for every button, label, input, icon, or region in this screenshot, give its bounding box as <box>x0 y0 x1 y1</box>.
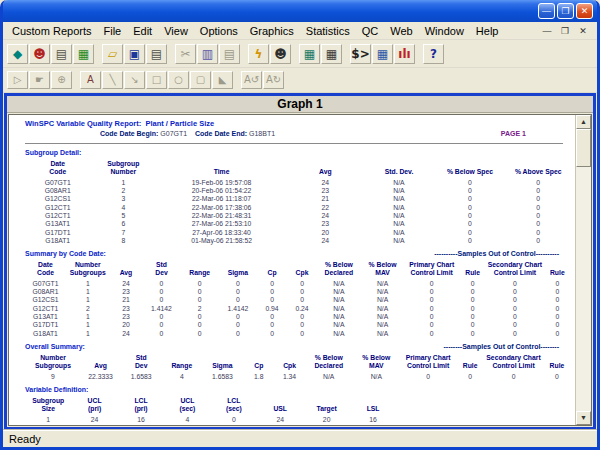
menu-item-view[interactable]: View <box>158 24 194 38</box>
code-date-begin-value: G07GT1 <box>160 130 187 137</box>
menu-item-qc[interactable]: QC <box>356 24 385 38</box>
ellipse-icon: ○ <box>174 75 183 85</box>
menu-item-custom-reports[interactable]: Custom Reports <box>6 24 97 38</box>
toolbar-separator <box>292 45 298 63</box>
menu-item-options[interactable]: Options <box>194 24 244 38</box>
bar-chart-icon: ılı <box>398 48 410 60</box>
menu-item-graphics[interactable]: Graphics <box>244 24 300 38</box>
print-button[interactable]: ▤ <box>146 44 167 64</box>
table-cell: N/A <box>353 373 401 381</box>
table-cell: 0 <box>505 237 571 245</box>
scroll-down-button[interactable]: ▼ <box>576 411 591 425</box>
ellipse-tool-button: ○ <box>168 71 189 89</box>
new-report-button[interactable]: ▤ <box>51 44 72 64</box>
menu-item-help[interactable]: Help <box>470 24 505 38</box>
column-header: Sigma <box>201 353 243 373</box>
table-cell: 0 <box>544 288 571 296</box>
subgroup-detail-table: Date CodeSubgroup NumberTimeAvgStd. Dev.… <box>25 159 571 245</box>
menu-item-edit[interactable]: Edit <box>127 24 158 38</box>
arrow-icon: ↘ <box>130 75 138 85</box>
mdi-minimize-button[interactable]: — <box>541 26 553 36</box>
table-cell: 0 <box>287 321 317 329</box>
table-cell: 1 <box>66 296 110 304</box>
mdi-restore-button[interactable]: ❐ <box>559 26 571 36</box>
table-row: G12CS1322-Mar-06 11:18:0721N/A00 <box>25 195 571 203</box>
text-tool-button[interactable]: A <box>80 71 101 89</box>
menu-item-web[interactable]: Web <box>384 24 418 38</box>
target-tool-button: ⊕ <box>51 71 72 89</box>
overall-summary-table: Number SubgroupsAvgStd DevRangeSigmaCpCp… <box>25 353 571 381</box>
hand-icon: ☛ <box>35 75 44 85</box>
pointer-icon: ▷ <box>14 75 22 85</box>
select-tool-button: ▷ <box>7 71 28 89</box>
cut-button: ✂ <box>175 44 196 64</box>
mdi-child-window: Graph 1 WinSPC Variable Quality Report: … <box>4 93 596 430</box>
table-cell: 0 <box>181 280 219 288</box>
menu-item-file[interactable]: File <box>97 24 127 38</box>
table-cell: 0 <box>404 296 459 304</box>
column-header: Sigma <box>219 260 257 280</box>
data-table-button[interactable]: ▦ <box>372 44 393 64</box>
grid-button[interactable]: ▦ <box>321 44 342 64</box>
copy-button[interactable]: ▥ <box>197 44 218 64</box>
table-cell: 1 <box>25 416 71 424</box>
table-cell: 0 <box>287 330 317 338</box>
faces-report-button[interactable]: ☻ <box>29 44 50 64</box>
graph-title-bar[interactable]: Graph 1 <box>7 96 593 113</box>
menu-item-window[interactable]: Window <box>419 24 470 38</box>
people-button[interactable]: ☻ <box>270 44 291 64</box>
table-cell: 1 <box>66 321 110 329</box>
variables-button[interactable]: $> <box>350 44 371 64</box>
table-cell: 1 <box>66 280 110 288</box>
cabinet-button[interactable]: ▦ <box>299 44 320 64</box>
menu-item-statistics[interactable]: Statistics <box>300 24 356 38</box>
scroll-up-button[interactable]: ▲ <box>576 115 591 129</box>
table-cell: 0 <box>219 321 257 329</box>
scrollbar-track[interactable] <box>576 167 591 411</box>
report-wizard-button[interactable]: ◆ <box>7 44 28 64</box>
close-button[interactable]: ✕ <box>576 3 593 19</box>
variable-definition-title: Variable Definition: <box>25 386 88 393</box>
open-button[interactable]: ▱ <box>102 44 123 64</box>
table-cell: 1.4142 <box>219 305 257 313</box>
color-tiles-icon: ▦ <box>78 48 89 60</box>
table-cell: 24 <box>71 416 117 424</box>
mdi-close-button[interactable]: ✕ <box>577 26 589 36</box>
table-cell: 0 <box>544 321 571 329</box>
scrollbar-thumb[interactable] <box>576 129 591 167</box>
table-cell: 0 <box>257 288 287 296</box>
restore-button[interactable]: ❐ <box>557 3 574 19</box>
help-button[interactable]: ? <box>423 44 444 64</box>
table-cell: 0 <box>505 195 571 203</box>
column-header: Secondary Chart Control Limit <box>486 260 543 280</box>
tiles-button[interactable]: ▦ <box>73 44 94 64</box>
line-tool-button: ╲ <box>102 71 123 89</box>
column-header: Cp <box>257 260 287 280</box>
table-cell: 2 <box>66 305 110 313</box>
run-report-button[interactable]: ϟ <box>248 44 269 64</box>
column-header: LCL (sec) <box>211 396 257 416</box>
down-arrow-icon: ▼ <box>580 414 587 421</box>
column-header: Subgroup Number <box>91 159 157 179</box>
pan-tool-button: ☛ <box>29 71 50 89</box>
report-title-line: WinSPC Variable Quality Report: Plant / … <box>25 119 571 128</box>
diamond-icon: ◆ <box>13 48 22 60</box>
table-row: G12CT1522-Mar-06 21:48:3124N/A00 <box>25 212 571 220</box>
vertical-scrollbar[interactable]: ▲ ▼ <box>575 115 591 425</box>
bar-chart-button[interactable]: ılı <box>394 44 415 64</box>
title-bar[interactable]: — ❐ ✕ <box>3 0 597 22</box>
table-cell: 0 <box>142 313 180 321</box>
table-cell: G12CT1 <box>25 204 91 212</box>
report-page: WinSPC Variable Quality Report: Plant / … <box>9 115 575 425</box>
table-cell: 23 <box>110 313 143 321</box>
column-header: Range <box>181 260 219 280</box>
table-cell: 0 <box>544 280 571 288</box>
table-cell: 23 <box>287 220 363 228</box>
table-cell: 24 <box>287 237 363 245</box>
menu-items: Custom ReportsFileEditViewOptionsGraphic… <box>6 24 504 38</box>
minimize-button[interactable]: — <box>538 3 555 19</box>
save-button[interactable]: ▣ <box>124 44 145 64</box>
column-header: UCL (pri) <box>71 396 117 416</box>
table-cell: N/A <box>364 220 435 228</box>
table-row: G07GT1119-Feb-06 19:57:0824N/A00 <box>25 179 571 187</box>
